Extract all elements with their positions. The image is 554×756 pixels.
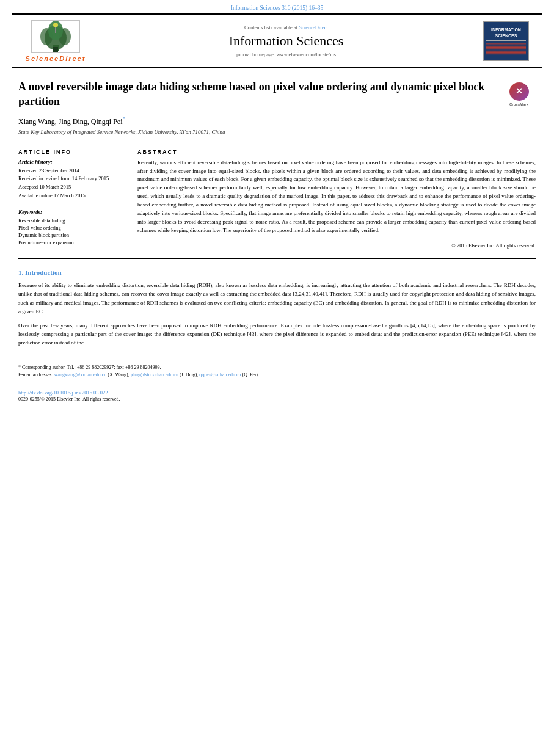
citation-bar: Information Sciences 310 (2015) 16–35 <box>0 0 554 13</box>
email2-link[interactable]: jding@stu.xidian.edu.cn <box>131 372 178 377</box>
footer-bar: http://dx.doi.org/10.1016/j.ins.2015.03.… <box>12 390 542 403</box>
corresponding-star: * <box>122 115 125 122</box>
copyright-text: © 2015 Elsevier Inc. All rights reserved… <box>137 240 536 249</box>
svg-point-7 <box>53 23 58 27</box>
paper-title: A novel reversible image data hiding sch… <box>18 79 536 109</box>
keyword-4: Prediction-error expansion <box>18 239 125 245</box>
affiliation-text: State Key Laboratory of Integrated Servi… <box>18 129 536 135</box>
revised-date: Received in revised form 14 February 201… <box>18 175 125 183</box>
history-label: Article history: <box>18 159 125 165</box>
accepted-date: Accepted 10 March 2015 <box>18 184 125 191</box>
contents-available-text: Contents lists available at ScienceDirec… <box>97 24 476 31</box>
footer-section: * Corresponding author. Tel.: +86 29 882… <box>12 360 542 385</box>
info-sciences-label: INFORMATIONSCIENCES <box>491 27 521 38</box>
email1-link[interactable]: wangxiang@xidian.edu.cn <box>54 372 107 377</box>
info-sciences-box: INFORMATIONSCIENCES <box>483 21 529 61</box>
two-column-layout: ARTICLE INFO Article history: Received 2… <box>18 144 536 249</box>
elsevier-tree-icon <box>31 20 80 53</box>
journal-logo-right: INFORMATIONSCIENCES <box>483 21 532 61</box>
available-date: Available online 17 March 2015 <box>18 192 125 200</box>
article-info-label: ARTICLE INFO <box>18 149 125 155</box>
intro-paragraph-2: Over the past few years, many different … <box>18 321 536 347</box>
journal-title: Information Sciences <box>97 33 476 49</box>
keyword-2: Pixel-value ordering <box>18 225 125 231</box>
authors-line: Xiang Wang, Jing Ding, Qingqi Pei* <box>18 115 536 126</box>
elsevier-logo: ScienceDirect <box>22 20 89 62</box>
received-date: Received 23 September 2014 <box>18 167 125 175</box>
intro-heading: 1. Introduction <box>18 269 536 276</box>
journal-homepage: journal homepage: www.elsevier.com/locat… <box>97 51 476 57</box>
crossmark-badge: ✕ CrossMark <box>502 82 536 107</box>
crossmark-label: CrossMark <box>509 102 528 107</box>
intro-paragraph-1: Because of its ability to eliminate embe… <box>18 281 536 316</box>
paper-container: A novel reversible image data hiding sch… <box>12 79 542 347</box>
star-note: * Corresponding author. Tel.: +86 29 882… <box>18 364 536 371</box>
keyword-1: Reversible data hiding <box>18 217 125 224</box>
citation-text: Information Sciences 310 (2015) 16–35 <box>231 5 323 11</box>
crossmark-icon: ✕ <box>509 82 529 101</box>
abstract-column: ABSTRACT Recently, various efficient rev… <box>137 144 536 249</box>
journal-header: ScienceDirect Contents lists available a… <box>12 13 542 68</box>
issn-text: 0020-0255/© 2015 Elsevier Inc. All right… <box>18 396 536 403</box>
abstract-label: ABSTRACT <box>137 149 536 155</box>
email-line: E-mail addresses: wangxiang@xidian.edu.c… <box>18 371 536 379</box>
keyword-3: Dynamic block partition <box>18 232 125 238</box>
section-divider <box>18 258 536 259</box>
doi-link[interactable]: http://dx.doi.org/10.1016/j.ins.2015.03.… <box>18 390 536 396</box>
elsevier-brand-text: ScienceDirect <box>26 55 86 62</box>
article-info-column: ARTICLE INFO Article history: Received 2… <box>18 144 125 249</box>
email3-link[interactable]: qqpei@xidian.edu.cn <box>199 372 241 377</box>
abstract-text: Recently, various efficient reversible d… <box>137 159 536 235</box>
keywords-label: Keywords: <box>18 205 125 215</box>
svg-rect-5 <box>53 47 58 52</box>
journal-center: Contents lists available at ScienceDirec… <box>97 24 476 57</box>
sciencedirect-link[interactable]: ScienceDirect <box>299 24 328 31</box>
